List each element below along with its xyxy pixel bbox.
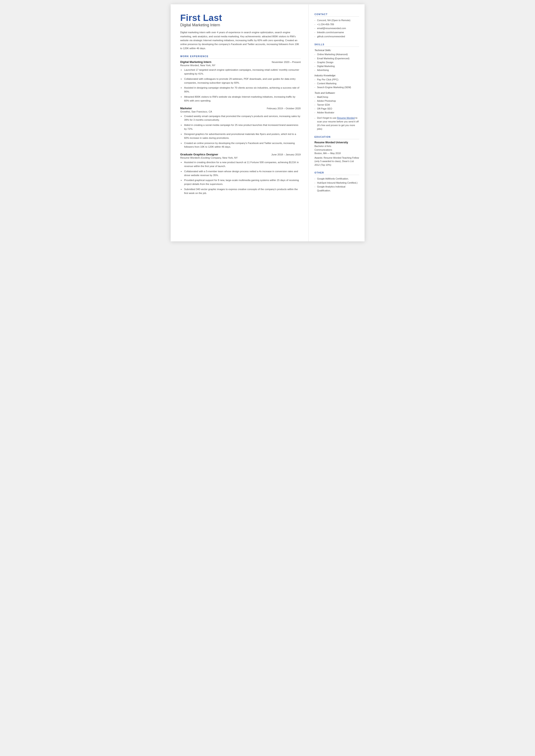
contact-section: CONTACT Concord, NH (Open to Remote) +1-… xyxy=(315,13,359,38)
edu-block-1: Resume Worded University Bachelor of Art… xyxy=(315,141,359,167)
contact-item-github: github.com/resumeworded xyxy=(315,35,359,39)
other-header: OTHER xyxy=(315,171,359,175)
job-bullet: Provided graphical support for 8 new, la… xyxy=(180,179,301,186)
job-bullet: Collaborated with colleagues to promote … xyxy=(180,77,301,85)
skill-item: Off-Page SEO xyxy=(315,107,359,111)
skill-item: MailChimp xyxy=(315,95,359,99)
job-company-1: Resume Worded, New York, NY xyxy=(180,64,301,67)
other-item: HubSpot Inbound Marketing Certified.) xyxy=(315,181,359,185)
contact-header: CONTACT xyxy=(315,13,359,16)
job-title-1: Digital Marketing Intern xyxy=(180,60,211,64)
edu-school: Resume Worded University xyxy=(315,141,359,144)
job-bullet: Created an online presence by developing… xyxy=(180,141,301,149)
job-header-row-3: Graduate Graphics Designer June 2018 – J… xyxy=(180,153,301,156)
job-header-row-1: Digital Marketing Intern November 2020 –… xyxy=(180,60,301,64)
left-column: First Last Digital Marketing Intern Digi… xyxy=(171,4,309,241)
promo-prefix: Don't forget to use xyxy=(317,117,337,119)
education-header: EDUCATION xyxy=(315,136,359,139)
skills-list-tools: MailChimp Adobe Photoshop Tanner EDA Off… xyxy=(315,95,359,115)
contact-item-location: Concord, NH (Open to Remote) xyxy=(315,18,359,22)
resume-page: First Last Digital Marketing Intern Digi… xyxy=(171,4,365,241)
right-column: CONTACT Concord, NH (Open to Remote) +1-… xyxy=(309,4,365,241)
skill-item: Email Marketing (Experienced) xyxy=(315,56,359,60)
job-bullet: Attracted 800K visitors to RW's website … xyxy=(180,95,301,103)
job-block-3: Graduate Graphics Designer June 2018 – J… xyxy=(180,153,301,195)
job-dates-2: February 2019 – October 2020 xyxy=(267,107,300,110)
job-block-2: Marketer February 2019 – October 2020 Gr… xyxy=(180,107,301,149)
job-dates-1: November 2020 – Present xyxy=(272,61,300,63)
skill-item: Graphic Design xyxy=(315,60,359,64)
job-company-2: Growthsi, San Francisco, CA xyxy=(180,110,301,113)
skill-item: Advertising xyxy=(315,68,359,72)
job-bullet: Submitted 340 vector graphic images to e… xyxy=(180,187,301,195)
job-bullet: Collaborated with a 5-member team whose … xyxy=(180,170,301,177)
candidate-name: First Last xyxy=(180,13,301,23)
other-item: Google Analytics Individual Qualificatio… xyxy=(315,185,359,192)
edu-awards: Awards: Resume Worded Teaching Fellow (o… xyxy=(315,156,359,167)
job-bullet: Aided in creating a social media campaig… xyxy=(180,123,301,131)
skill-item: Online Marketing (Advanced) xyxy=(315,52,359,56)
skills-promo-text: Don't forget to use Resume Worded to sca… xyxy=(315,116,359,131)
skill-item: Adobe Photoshop xyxy=(315,99,359,103)
job-bullets-3: Assisted in creating direction for a new… xyxy=(180,160,301,195)
other-list: Google AdWords Certification. HubSpot In… xyxy=(315,177,359,192)
job-header-row-2: Marketer February 2019 – October 2020 xyxy=(180,107,301,110)
contact-item-linkedin: linkedin.com/in/username xyxy=(315,30,359,35)
other-section: OTHER Google AdWords Certification. HubS… xyxy=(315,171,359,192)
skill-item: Digital Marketing xyxy=(315,64,359,68)
skills-category-technical-label: Technical Skills: xyxy=(315,49,359,51)
name-section: First Last Digital Marketing Intern xyxy=(180,13,301,27)
skills-category-industry-label: Industry Knowledge: xyxy=(315,74,359,77)
edu-location-dates: Boston, MA — May 2018 xyxy=(315,152,359,155)
candidate-job-title: Digital Marketing Intern xyxy=(180,23,301,27)
skill-item: Tanner EDA xyxy=(315,103,359,107)
contact-item-email: email@resumeworded.com xyxy=(315,26,359,30)
skill-item: Search Engine Marketing (SEM) xyxy=(315,85,359,89)
contact-item-phone: +1-234-456-789 xyxy=(315,22,359,26)
job-bullet: Assisted in designing campaign strategie… xyxy=(180,86,301,94)
job-bullets-2: Created weekly email campaigns that prom… xyxy=(180,114,301,149)
skills-list-technical: Online Marketing (Advanced) Email Market… xyxy=(315,52,359,72)
promo-link[interactable]: Resume Worded xyxy=(337,117,355,119)
job-bullet: Assisted in creating direction for a new… xyxy=(180,160,301,168)
skills-list-industry: Pay Per Click (PPC) Content Marketing Se… xyxy=(315,78,359,89)
edu-degree: Bachelor of Arts xyxy=(315,144,359,148)
job-company-3: Resume Worded's Exciting Company, New Yo… xyxy=(180,156,301,159)
skill-item: Adobe Illustrator xyxy=(315,111,359,114)
job-bullet: Created weekly email campaigns that prom… xyxy=(180,114,301,122)
skills-header: SKILLS xyxy=(315,43,359,47)
summary-text: Digital marketing intern with over 4 yea… xyxy=(180,30,301,50)
job-dates-3: June 2018 – January 2019 xyxy=(271,153,300,156)
job-block-1: Digital Marketing Intern November 2020 –… xyxy=(180,60,301,103)
skill-item: Content Marketing xyxy=(315,81,359,85)
work-experience-header: WORK EXPERIENCE xyxy=(180,55,301,59)
contact-list: Concord, NH (Open to Remote) +1-234-456-… xyxy=(315,18,359,38)
education-section: EDUCATION Resume Worded University Bache… xyxy=(315,136,359,167)
skills-section: SKILLS Technical Skills: Online Marketin… xyxy=(315,43,359,131)
job-title-3: Graduate Graphics Designer xyxy=(180,153,218,156)
edu-field: Communications xyxy=(315,148,359,152)
other-item: Google AdWords Certification. xyxy=(315,177,359,181)
job-bullet: Designed graphics for advertisements and… xyxy=(180,132,301,140)
skills-category-tools-label: Tools and Software: xyxy=(315,92,359,94)
skill-item: Pay Per Click (PPC) xyxy=(315,78,359,81)
job-title-2: Marketer xyxy=(180,107,192,110)
job-bullets-1: Launched 17 targeted search engine optim… xyxy=(180,68,301,103)
job-bullet: Launched 17 targeted search engine optim… xyxy=(180,68,301,76)
